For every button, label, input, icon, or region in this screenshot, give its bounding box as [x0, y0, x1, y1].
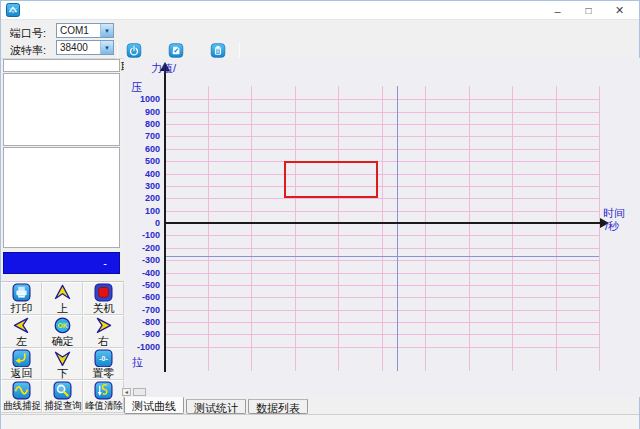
v-gridline — [295, 86, 296, 371]
tab-test-curve[interactable]: 测试曲线 — [124, 397, 184, 414]
y-negative-label: 拉 — [132, 355, 143, 370]
sidebar-list-lower[interactable] — [3, 147, 120, 248]
v-gridline — [382, 86, 383, 371]
status-bar — [1, 414, 639, 429]
sidebar-list-upper[interactable] — [3, 73, 120, 146]
y-tick-label: 200 — [126, 193, 160, 203]
x-axis-title-line2: /秒 — [605, 219, 619, 234]
v-gridline — [599, 86, 600, 371]
zero-icon: -0- — [94, 349, 113, 368]
y-tick-label: 100 — [126, 206, 160, 216]
up-arrow-icon — [53, 283, 72, 302]
v-gridline — [512, 86, 513, 371]
minimize-button[interactable]: – — [542, 1, 573, 20]
chevron-down-icon[interactable]: ▼ — [100, 24, 113, 37]
v-gridline — [556, 86, 557, 371]
tab-bar: 测试曲线 测试统计 数据列表 — [124, 397, 310, 414]
y-tick-label: 500 — [126, 156, 160, 166]
toolbar: 端口号: COM1 ▼ 波特率: 38400 ▼ 联机 — [1, 20, 639, 59]
key-label: 返回 — [11, 367, 33, 379]
close-button[interactable]: ✕ — [604, 1, 635, 20]
return-icon — [12, 349, 31, 368]
application-window: – □ ✕ 端口号: COM1 ▼ 波特率: 38400 ▼ 联机 — [0, 0, 640, 429]
port-combobox[interactable]: COM1 ▼ — [56, 23, 114, 38]
chevron-down-icon[interactable]: ▼ — [100, 41, 113, 54]
maximize-button[interactable]: □ — [573, 1, 604, 20]
y-tick-label: 300 — [126, 181, 160, 191]
y-tick-label: 400 — [126, 169, 160, 179]
peak-clear-button[interactable]: 峰值清除 — [83, 380, 124, 413]
h-marker-line — [165, 256, 599, 257]
value-display-bar: - — [3, 252, 120, 274]
selection-rectangle — [284, 161, 378, 198]
port-label: 端口号: — [10, 26, 46, 41]
return-button[interactable]: 返回 — [1, 348, 42, 381]
key-label: 下 — [57, 367, 68, 379]
key-label: 打印 — [11, 302, 33, 314]
svg-text:OK: OK — [57, 322, 67, 329]
y-tick-label: 800 — [126, 119, 160, 129]
y-tick-label: -500 — [126, 280, 160, 290]
key-label: 确定 — [52, 335, 74, 347]
title-bar: – □ ✕ — [1, 1, 639, 20]
y-tick-label: -300 — [126, 255, 160, 265]
y-tick-label: -700 — [126, 305, 160, 315]
y-tick-label: -1000 — [126, 342, 160, 352]
y-axis-title: 力值/ — [151, 61, 176, 76]
v-gridline — [338, 86, 339, 371]
y-tick-label: 600 — [126, 144, 160, 154]
power-connect-icon — [123, 43, 145, 58]
keypad: 打印 上 关机 左 OK 确定 — [1, 281, 124, 413]
ok-button[interactable]: OK 确定 — [42, 315, 83, 348]
down-button[interactable]: 下 — [42, 348, 83, 381]
left-button[interactable]: 左 — [1, 315, 42, 348]
tab-test-statistics[interactable]: 测试统计 — [186, 399, 246, 414]
app-logo-icon — [6, 3, 20, 17]
baud-combobox[interactable]: 38400 ▼ — [56, 40, 114, 55]
chart-h-scrollbar[interactable]: ◄ — [122, 388, 153, 396]
x-axis-line — [165, 222, 601, 224]
key-label: 置零 — [93, 367, 115, 379]
right-button[interactable]: 右 — [83, 315, 124, 348]
down-arrow-icon — [53, 349, 72, 368]
capture-query-button[interactable]: 捕捉查询 — [42, 380, 83, 413]
svg-text:-0-: -0- — [99, 355, 108, 362]
left-arrow-icon — [12, 316, 31, 335]
key-label: 右 — [98, 335, 109, 347]
y-positive-label: 压 — [131, 80, 142, 95]
key-label: 上 — [57, 302, 68, 314]
v-marker-line — [397, 86, 398, 371]
scroll-left-icon[interactable]: ◄ — [122, 388, 131, 396]
sidebar-edit-field[interactable] — [3, 59, 120, 72]
baud-label: 波特率: — [10, 43, 46, 58]
up-button[interactable]: 上 — [42, 282, 83, 315]
zero-button[interactable]: -0- 置零 — [83, 348, 124, 381]
print-button[interactable]: 打印 — [1, 282, 42, 315]
power-off-icon — [94, 283, 113, 302]
scroll-thumb[interactable] — [133, 388, 146, 396]
y-tick-label: 900 — [126, 107, 160, 117]
shutdown-button[interactable]: 关机 — [83, 282, 124, 315]
v-gridline — [425, 86, 426, 371]
delete-trash-icon — [207, 43, 229, 58]
y-tick-label: 0 — [126, 218, 160, 228]
key-label: 捕捉查询 — [44, 400, 82, 412]
key-label: 曲线捕捉 — [3, 400, 41, 412]
v-gridline — [251, 86, 252, 371]
v-gridline — [208, 86, 209, 371]
y-tick-label: -900 — [126, 329, 160, 339]
tab-data-list[interactable]: 数据列表 — [248, 399, 308, 414]
ok-icon: OK — [53, 316, 72, 335]
y-tick-label: -400 — [126, 268, 160, 278]
plot-area[interactable]: 力值/ 压 拉 时间 /秒 10009008007006005004003002… — [124, 58, 640, 397]
y-tick-label: -800 — [126, 317, 160, 327]
y-tick-label: -600 — [126, 292, 160, 302]
key-label: 关机 — [93, 302, 115, 314]
curve-capture-button[interactable]: 曲线捕捉 — [1, 380, 42, 413]
baud-value: 38400 — [57, 42, 100, 53]
v-gridline — [469, 86, 470, 371]
port-value: COM1 — [57, 25, 100, 36]
y-tick-label: 1000 — [126, 94, 160, 104]
y-axis-line — [164, 70, 166, 372]
wave-capture-icon — [12, 381, 31, 400]
